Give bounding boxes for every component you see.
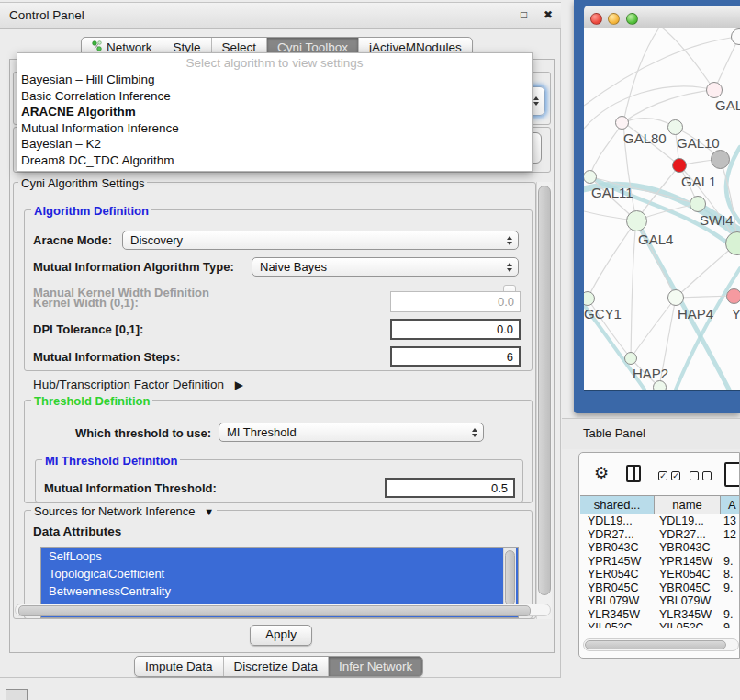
algorithm-option[interactable]: Bayesian – Hill Climbing <box>17 72 532 88</box>
network-node[interactable] <box>615 116 629 130</box>
table-row[interactable]: YLR345WYLR345W9. <box>580 608 740 622</box>
table-row[interactable]: YBR043CYBR043C <box>580 541 740 555</box>
network-node[interactable] <box>690 196 706 212</box>
mi-threshold-field[interactable] <box>385 478 515 498</box>
network-node[interactable] <box>706 82 723 98</box>
select-all-checkbox-icon[interactable]: ✓ <box>658 471 667 480</box>
table-cell: YDR27... <box>580 528 654 542</box>
collapse-arrow-icon: ▼ <box>204 506 214 517</box>
kernel-width-field[interactable] <box>390 291 521 312</box>
table-row[interactable]: YBR045CYBR045C9. <box>580 581 740 595</box>
deselect-all-checkbox-icon[interactable] <box>690 471 699 480</box>
network-edge <box>589 122 623 176</box>
hub-definition-toggle[interactable]: Hub/Transcription Factor Definition ▶ <box>33 378 243 391</box>
combo-stepper-icon <box>533 96 539 106</box>
app-root: Control Panel □ ✖ Network Style Select C… <box>0 0 740 700</box>
panel-title: Control Panel <box>9 8 84 22</box>
column-header-partial[interactable]: A <box>721 495 740 514</box>
table-cell: YBR045C <box>654 581 720 595</box>
zoom-traffic-light-icon[interactable] <box>626 13 638 25</box>
gear-icon[interactable]: ⚙ <box>594 463 609 483</box>
attribute-item[interactable]: SelfLoops <box>41 548 518 565</box>
tab-discretize-data[interactable]: Discretize Data <box>223 657 329 676</box>
minimize-traffic-light-icon[interactable] <box>608 13 620 25</box>
table-panel-title: Table Panel <box>583 426 645 440</box>
which-threshold-combobox[interactable]: MI Threshold <box>219 423 484 442</box>
network-node[interactable] <box>626 210 647 231</box>
bottom-tabbar: Impute Data Discretize Data Infer Networ… <box>134 656 423 677</box>
tab-discretize-data-label: Discretize Data <box>234 660 319 673</box>
node-label: GAL <box>715 97 740 113</box>
table-row[interactable]: YBL079WYBL079W <box>580 594 740 608</box>
popup-placeholder: Select algorithm to view settings <box>17 55 532 72</box>
table-row[interactable]: YDL19...YDL19...13 <box>580 514 740 528</box>
network-node[interactable] <box>726 288 740 304</box>
table-cell: YPR145W <box>654 555 720 569</box>
network-canvas[interactable]: GALGAL80GAL10GAL1GAL11SWI4GAL4GCY1HAP4YH… <box>584 28 740 391</box>
attribute-item[interactable]: BetweennessCentrality <box>41 582 518 600</box>
combo-stepper-icon <box>472 428 477 437</box>
network-node[interactable] <box>653 380 667 392</box>
mi-steps-field[interactable] <box>390 346 521 367</box>
algorithm-option[interactable]: Bayesian – K2 <box>17 136 532 152</box>
network-edge <box>662 28 714 90</box>
expand-arrow-icon: ▶ <box>235 378 243 391</box>
table-cell: YPR145W <box>580 555 654 569</box>
apply-button[interactable]: Apply <box>250 625 312 646</box>
dpi-tolerance-field[interactable] <box>390 319 521 340</box>
table-cell: 12 <box>720 528 740 542</box>
node-label: HAP2 <box>633 366 668 381</box>
table-cell: YDR27... <box>654 528 720 542</box>
algorithm-dropdown-popup: Select algorithm to view settings Bayesi… <box>17 52 533 172</box>
network-node[interactable] <box>667 119 683 135</box>
network-edge <box>588 220 636 299</box>
attributes-scrollbar-thumb[interactable] <box>505 550 515 605</box>
algorithm-definition-title: Algorithm Definition <box>31 204 151 218</box>
data-attributes-label: Data Attributes <box>33 525 121 538</box>
float-window-icon[interactable]: □ <box>521 8 527 21</box>
aracne-mode-combobox[interactable]: Discovery <box>122 231 519 250</box>
column-header-shared[interactable]: shared... <box>580 495 655 514</box>
dock-grip[interactable] <box>6 689 28 700</box>
mi-type-label: Mutual Information Algorithm Type: <box>33 260 234 274</box>
close-icon[interactable]: ✖ <box>544 8 553 21</box>
columns-icon[interactable] <box>626 465 641 482</box>
table-row[interactable]: YDR27...YDR27...12 <box>580 528 740 542</box>
network-node[interactable] <box>584 170 597 184</box>
table-cell: 9. <box>720 621 740 628</box>
algorithm-option[interactable]: Mutual Information Inference <box>17 120 532 137</box>
node-label: GCY1 <box>584 306 622 322</box>
table-row[interactable]: YER054CYER054C8. <box>580 568 740 581</box>
network-node[interactable] <box>624 352 637 365</box>
table-cell: YBL079W <box>654 594 720 608</box>
sources-group-title[interactable]: Sources for Network Inference ▼ <box>31 504 217 518</box>
close-traffic-light-icon[interactable] <box>590 13 602 25</box>
table-panel-window: ⚙ ✓ ✓ shared... name A YDL19...YDL19...1… <box>578 452 740 659</box>
tab-impute-data[interactable]: Impute Data <box>135 657 223 676</box>
algorithm-option[interactable]: ARACNE Algorithm <box>17 104 532 120</box>
algorithm-option[interactable]: Dream8 DC_TDC Algorithm <box>17 152 532 169</box>
column-header-name[interactable]: name <box>655 495 721 514</box>
network-window-titlebar[interactable] <box>584 6 740 28</box>
algorithm-option[interactable]: Basic Correlation Inference <box>17 88 532 105</box>
deselect-all-checkbox-icon[interactable] <box>702 471 712 480</box>
node-label: GAL10 <box>677 135 720 151</box>
settings-hscrollbar-thumb[interactable] <box>18 605 531 616</box>
tab-infer-network[interactable]: Infer Network <box>328 657 422 676</box>
new-table-icon[interactable] <box>724 462 740 487</box>
hub-definition-label: Hub/Transcription Factor Definition <box>33 378 224 391</box>
table-cell: 8. <box>720 568 740 581</box>
settings-scrollbar-thumb[interactable] <box>538 186 551 595</box>
kernel-width-label: Kernel Width (0,1): <box>33 296 139 310</box>
table-hscrollbar-thumb[interactable] <box>585 640 726 649</box>
table-row[interactable]: YPR145WYPR145W9. <box>580 555 740 569</box>
table-row[interactable]: YIL052CYIL052C9. <box>580 621 740 628</box>
network-node[interactable] <box>667 289 684 306</box>
network-edge <box>631 220 636 358</box>
network-node[interactable] <box>711 150 730 169</box>
select-all-checkbox-icon[interactable]: ✓ <box>671 471 680 480</box>
table-cell: YER054C <box>580 568 654 581</box>
network-node[interactable] <box>672 158 687 173</box>
mi-type-combobox[interactable]: Naive Bayes <box>252 257 519 277</box>
attribute-item[interactable]: TopologicalCoefficient <box>41 565 518 582</box>
